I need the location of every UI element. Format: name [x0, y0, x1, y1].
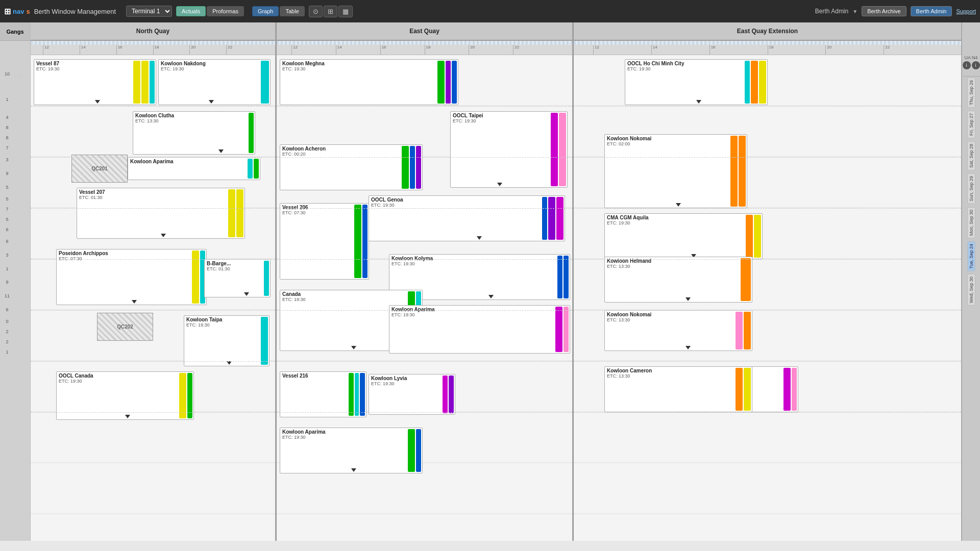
poseidon-bars — [192, 251, 205, 304]
taipa-arrow — [227, 361, 232, 365]
kowloon-meghna-card[interactable]: Kowloon Meghna ETC: 19:30 — [280, 59, 458, 105]
kowloon-lyvia-card[interactable]: Kowloon Lyvia ETC: 19:30 — [369, 374, 455, 415]
crosshair-tool[interactable]: ✛ — [15, 71, 23, 80]
kowloon-lyvia-etc: ETC: 19:30 — [371, 381, 453, 386]
info-icon-1[interactable]: i — [963, 61, 971, 69]
table-button[interactable]: Table — [280, 6, 304, 16]
kowloon-aparima-bottom-name: Kowloon Aparima — [282, 429, 420, 435]
kolyma-bars — [557, 256, 569, 298]
kowloon-nokomai-top-name: Kowloon Nokomai — [607, 136, 745, 141]
date-wed-sep30[interactable]: Wed, Sep 30 — [967, 274, 975, 306]
kowloon-helmand-card[interactable]: Kowloon Helmand ETC: 13:30 — [604, 257, 752, 303]
berth-admin-arrow: ▼ — [852, 9, 857, 14]
genoa-bars — [542, 197, 564, 240]
canada-etc: ETC: 19:30 — [282, 297, 420, 302]
date-mon-sep30[interactable]: Mon, Sep 30 — [967, 207, 975, 238]
grid-line-3 — [31, 208, 275, 209]
actuals-proformas-toggle: Actuals Proformas — [176, 6, 244, 16]
date-thu-sep26[interactable]: Thu, Sep 26 — [967, 78, 975, 108]
ua-header: UA N4 i i — [963, 48, 980, 77]
vessel-207-bars — [228, 189, 243, 237]
vessel-87-card[interactable]: Vessel 87 ETC: 19:30 — [34, 59, 156, 105]
eq-grid-4 — [277, 259, 572, 260]
vessel-206-card[interactable]: Vessel 206 ETC: 07:30 — [280, 203, 369, 280]
cma-cgm-aquila-card[interactable]: CMA CGM Aquila ETC: 19:30 — [604, 213, 763, 259]
info-icon-2[interactable]: i — [972, 61, 980, 69]
eq-grid-2 — [277, 157, 572, 158]
oocl-taipei-card[interactable]: OOCL Taipei ETC: 19:30 — [450, 111, 568, 188]
east-quay-ticks: 12 14 16 18 20 22 — [277, 45, 572, 55]
hcmc-arrow — [696, 100, 701, 104]
kowloon-lyvia-name: Kowloon Lyvia — [371, 375, 453, 381]
eq-grid-5 — [277, 310, 572, 311]
terminal-select[interactable]: Terminal 1 — [126, 6, 172, 17]
kowloon-taipa-name: Kowloon Taipa — [186, 317, 267, 322]
vessel-87-arrow — [95, 100, 100, 104]
north-quay-label: North Quay — [136, 28, 169, 35]
oocl-hcmc-card[interactable]: OOCL Ho Chi Minh City ETC: 19:30 — [625, 59, 768, 105]
ext-grid-4 — [574, 259, 961, 260]
aparima-bottom-arrow — [351, 468, 356, 472]
oocl-genoa-etc: ETC: 19:30 — [371, 203, 562, 208]
proformas-button[interactable]: Proformas — [207, 6, 244, 16]
logo-text: nav — [13, 8, 24, 15]
date-sun-sep29[interactable]: Sun, Sep 29 — [967, 173, 975, 204]
nakdong-arrow — [209, 100, 214, 104]
date-fri-sep27[interactable]: Fri, Sep 27 — [967, 111, 975, 138]
north-quay-grid: Vessel 87 ETC: 19:30 Kowloon Nakdong ETC… — [31, 55, 275, 541]
poseidon-archippos-card[interactable]: Poseidon Archippos ETC: 07:30 — [56, 249, 207, 305]
kowloon-aparima-north-card[interactable]: Kowloon Aparima — [128, 157, 260, 180]
grid-line-1 — [31, 106, 275, 107]
kowloon-cameron-name: Kowloon Cameron — [607, 368, 750, 373]
berth-archive-button[interactable]: Berth Archive — [862, 6, 906, 16]
columns-icon-button[interactable]: ▦ — [338, 6, 353, 17]
oocl-canada-name: OOCL Canada — [59, 373, 191, 379]
b-barge-bars — [264, 261, 269, 296]
kowloon-aparima-east-card[interactable]: Kowloon Aparima ETC: 19:30 — [389, 305, 570, 354]
plus-icon-button[interactable]: ⊞ — [324, 6, 337, 17]
ext-grid-3 — [574, 208, 961, 209]
kowloon-cameron-card[interactable]: Kowloon Cameron ETC: 13:30 — [604, 366, 752, 412]
east-quay-label: East Quay — [409, 28, 439, 35]
berth-admin-button[interactable]: Berth Admin — [911, 6, 952, 16]
kowloon-clutha-card[interactable]: Kowloon Clutha ETC: 13:30 — [133, 111, 255, 155]
kowloon-nokomai-bottom-card[interactable]: Kowloon Nokomai ETC: 13:30 — [604, 310, 752, 351]
north-quay-header: North Quay — [31, 22, 275, 41]
kowloon-nakdong-name: Kowloon Nakdong — [161, 61, 268, 66]
date-sat-sep28[interactable]: Sat, Sep 28 — [967, 141, 975, 170]
north-quay-section: North Quay 12 14 16 18 20 22 Vessel 87 E… — [31, 22, 276, 541]
kowloon-taipa-etc: ETC: 19:30 — [186, 322, 267, 328]
vessel-216-card[interactable]: Vessel 216 — [280, 371, 366, 417]
kowloon-nokomai-top-etc: ETC: 02:00 — [607, 141, 745, 146]
date-tue-sep24[interactable]: Tue, Sep 24 — [967, 241, 975, 271]
circle-icon-button[interactable]: ⊙ — [309, 6, 323, 17]
b-barge-card[interactable]: B-Barge... ETC: 01:30 — [204, 259, 271, 297]
kowloon-nakdong-bars — [261, 61, 269, 104]
kowloon-clutha-name: Kowloon Clutha — [135, 113, 253, 118]
graph-button[interactable]: Graph — [252, 6, 279, 16]
kowloon-aparima-bottom-card[interactable]: Kowloon Aparima ETC: 19:30 — [280, 428, 423, 473]
kowloon-nakdong-card[interactable]: Kowloon Nakdong ETC: 19:30 — [158, 59, 271, 105]
helmand-bars — [741, 258, 751, 301]
ua-label: UA N4 — [964, 55, 977, 60]
kowloon-acheron-card[interactable]: Kowloon Acheron ETC: 00:20 — [280, 144, 423, 190]
kowloon-kolyma-name: Kowloon Kolyma — [391, 256, 568, 261]
acheron-bars — [402, 146, 421, 189]
eq-grid-6 — [277, 361, 572, 362]
nokomai-bottom-arrow — [685, 346, 691, 349]
kowloon-taipa-card[interactable]: Kowloon Taipa ETC: 19:30 — [184, 315, 270, 366]
canada-arrow — [351, 346, 356, 349]
kowloon-clutha-etc: ETC: 13:30 — [135, 118, 253, 123]
taipei-arrow — [497, 183, 502, 186]
vessel-207-card[interactable]: Vessel 207 ETC: 01:30 — [77, 188, 245, 239]
kolyma-arrow — [488, 295, 494, 298]
ext-grid-1 — [574, 106, 961, 107]
kowloon-meghna-name: Kowloon Meghna — [282, 61, 456, 66]
ext-grid-2 — [574, 157, 961, 158]
barge-arrow — [244, 292, 249, 296]
oocl-genoa-card[interactable]: OOCL Genoa ETC: 19:30 — [369, 195, 565, 241]
east-quay-header: East Quay — [277, 22, 572, 41]
support-button[interactable]: Support — [956, 8, 976, 14]
kowloon-nokomai-top-card[interactable]: Kowloon Nokomai ETC: 02:00 — [604, 134, 747, 208]
actuals-button[interactable]: Actuals — [176, 6, 206, 16]
